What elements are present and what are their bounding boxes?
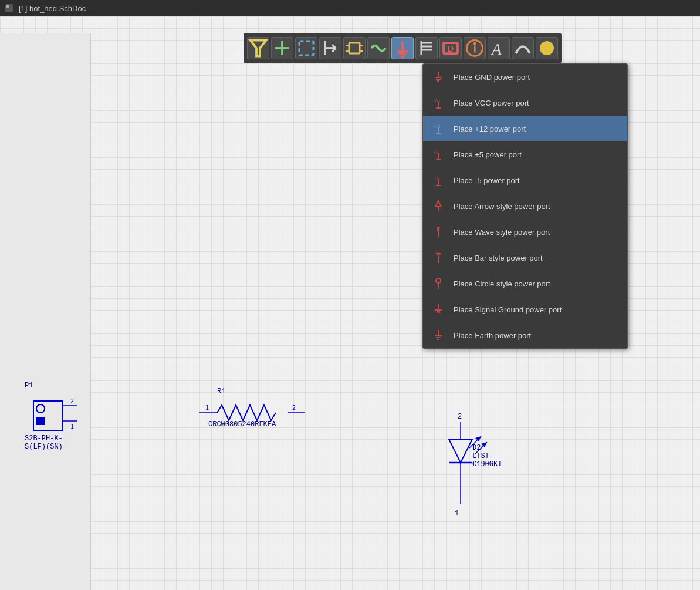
menu-item-arrow[interactable]: Place Arrow style power port <box>423 193 627 219</box>
bar-label: Place Bar style power port <box>454 254 543 262</box>
menu-item-circle[interactable]: Place Circle style power port <box>423 271 627 296</box>
svg-marker-45 <box>435 201 441 207</box>
arc-button[interactable] <box>512 37 534 59</box>
component-p1: P1 2 1 S2B-PH-K-S(LF)(SN) <box>25 392 83 441</box>
menu-item-plus5[interactable]: +5 Place +5 power port <box>423 141 627 167</box>
svg-marker-72 <box>449 439 472 463</box>
vcc-icon: Vcc <box>430 95 447 111</box>
title-icon <box>5 4 14 13</box>
menu-item-signal-gnd[interactable]: Place Signal Ground power port <box>423 296 627 322</box>
svg-point-62 <box>36 404 45 413</box>
gnd-label: Place GND power port <box>454 73 530 82</box>
blob-button[interactable] <box>536 37 558 59</box>
svg-point-27 <box>540 41 554 55</box>
minus5-label: Place -5 power port <box>454 176 520 185</box>
no-connect-button[interactable]: D <box>439 37 462 59</box>
menu-item-minus5[interactable]: -5 Place -5 power port <box>423 167 627 193</box>
arrow-icon <box>430 198 447 214</box>
svg-point-25 <box>474 43 476 45</box>
r1-value: CRCW0805240RFKEA <box>208 420 276 429</box>
svg-rect-8 <box>349 43 360 53</box>
svg-text:2: 2 <box>292 404 296 411</box>
signal-gnd-label: Place Signal Ground power port <box>454 305 562 314</box>
bar-icon <box>430 250 447 266</box>
power-port-menu: Place GND power port Vcc Place VCC power… <box>422 63 628 349</box>
menu-item-earth[interactable]: Place Earth power port <box>423 322 627 348</box>
menu-item-gnd[interactable]: Place GND power port <box>423 64 627 90</box>
p1-ref: P1 <box>25 382 33 390</box>
titlebar-overlay: [1] bot_hed.SchDoc <box>0 0 700 16</box>
select-button[interactable] <box>295 37 317 59</box>
earth-label: Place Earth power port <box>454 331 531 340</box>
svg-text:1: 1 <box>205 404 209 411</box>
power-port-button[interactable] <box>391 37 414 59</box>
menu-item-vcc[interactable]: Vcc Place VCC power port <box>423 90 627 116</box>
component-r1: R1 1 2 CRCW0805240RFKEA <box>199 398 305 430</box>
circle-label: Place Circle style power port <box>454 279 550 288</box>
svg-text:+12: +12 <box>433 124 441 129</box>
menu-item-bar[interactable]: Place Bar style power port <box>423 245 627 271</box>
menu-item-wave[interactable]: Place Wave style power port <box>423 219 627 245</box>
circle-icon <box>430 275 447 292</box>
title-text-overlay: [1] bot_hed.SchDoc <box>19 4 86 13</box>
plus5-label: Place +5 power port <box>454 150 522 159</box>
svg-point-50 <box>436 278 441 283</box>
wave-icon <box>430 224 447 240</box>
canvas-area[interactable]: D A <box>0 16 700 590</box>
svg-marker-0 <box>251 41 266 56</box>
svg-rect-61 <box>36 417 45 425</box>
svg-text:D: D <box>448 43 454 53</box>
wave-label: Place Wave style power port <box>454 228 550 237</box>
earth-icon <box>430 327 447 343</box>
wire-button[interactable] <box>367 37 390 59</box>
main-toolbar: D A <box>244 33 562 63</box>
plus5-icon: +5 <box>430 146 447 163</box>
d2-ref: D2 <box>472 444 481 452</box>
arrow-label: Place Arrow style power port <box>454 202 550 211</box>
d2-value: LTST-C190GKT <box>472 452 502 468</box>
component-button[interactable] <box>343 37 366 59</box>
info-button[interactable] <box>464 37 486 59</box>
svg-text:2: 2 <box>70 398 74 404</box>
d2-pin1: 1 <box>455 510 459 518</box>
net-flag-button[interactable] <box>415 37 438 59</box>
signal-gnd-icon <box>430 301 447 318</box>
minus5-icon: -5 <box>430 172 447 188</box>
text-button[interactable]: A <box>488 37 510 59</box>
bus-entry-button[interactable] <box>319 37 341 59</box>
plus12-label: Place +12 power port <box>454 124 526 133</box>
component-d2: 2 D2 LTST-C190GKT 1 <box>428 422 499 524</box>
svg-rect-80 <box>6 5 9 8</box>
r1-ref: R1 <box>217 387 225 396</box>
svg-text:1: 1 <box>70 423 74 430</box>
left-panel <box>0 33 91 590</box>
p1-value: S2B-PH-K-S(LF)(SN) <box>25 434 83 451</box>
d2-pin2: 2 <box>458 413 462 421</box>
filter-button[interactable] <box>247 37 269 59</box>
menu-item-plus12[interactable]: +12 Place +12 power port <box>423 116 627 141</box>
vcc-label: Place VCC power port <box>454 99 529 107</box>
plus12-icon: +12 <box>430 120 447 137</box>
svg-text:A: A <box>491 41 502 58</box>
add-button[interactable] <box>271 37 293 59</box>
svg-rect-3 <box>299 41 313 55</box>
gnd-icon <box>430 69 447 85</box>
